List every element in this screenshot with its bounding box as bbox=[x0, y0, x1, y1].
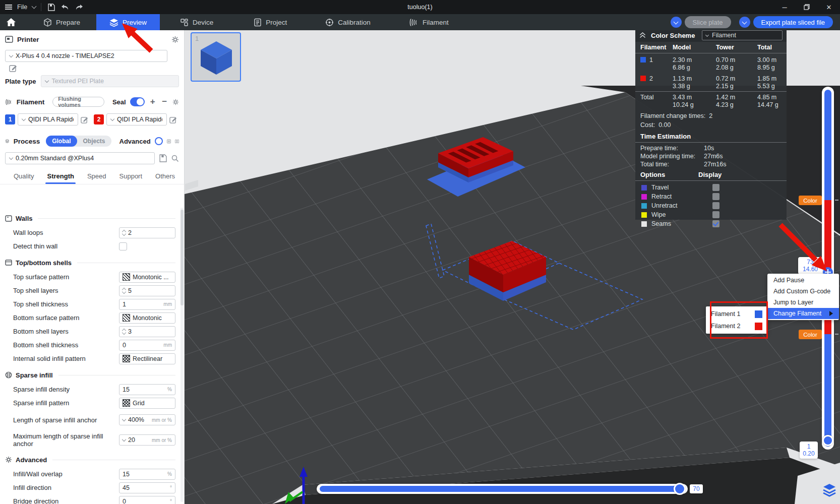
top-shell-thickness-input[interactable]: 1mm bbox=[119, 299, 175, 310]
color-change-badge-1[interactable]: Color bbox=[799, 196, 822, 205]
filament-section-title: Filament bbox=[17, 98, 45, 106]
tab-project[interactable]: Project bbox=[241, 14, 300, 30]
travel-swatch bbox=[641, 185, 647, 191]
tab-others[interactable]: Others bbox=[149, 172, 182, 184]
add-filament-button[interactable]: + bbox=[149, 97, 157, 107]
slice-plate-button[interactable]: Slice plate bbox=[685, 16, 731, 28]
travel-checkbox[interactable] bbox=[712, 184, 719, 191]
tab-calibration[interactable]: Calibration bbox=[312, 14, 384, 30]
plate-type-select[interactable]: Textured PEI Plate bbox=[41, 75, 179, 87]
redo-icon[interactable] bbox=[75, 3, 84, 12]
layers-view-icon[interactable] bbox=[822, 482, 837, 499]
tab-preview[interactable]: Preview bbox=[96, 14, 160, 30]
close-button[interactable]: ✕ bbox=[818, 0, 840, 14]
maximize-button[interactable] bbox=[796, 0, 818, 14]
param-list-icon[interactable] bbox=[167, 138, 171, 145]
title-bar: File tuoluo(1) ─ ✕ bbox=[0, 0, 840, 14]
menu-add-custom-gcode[interactable]: Add Custom G-code bbox=[767, 286, 839, 297]
save-icon[interactable] bbox=[46, 3, 55, 12]
printer-preset-select[interactable]: X-Plus 4 0.4 nozzle - TIMELAPSE2 bbox=[5, 50, 167, 62]
top-shell-layers-input[interactable]: 5 bbox=[119, 285, 175, 296]
seal-label: Seal bbox=[112, 98, 126, 106]
menu-add-pause[interactable]: Add Pause bbox=[767, 275, 839, 286]
filament-2-badge[interactable]: 2 bbox=[94, 114, 104, 124]
filament-settings-gear-icon[interactable] bbox=[172, 98, 179, 106]
param-label: Top surface pattern bbox=[13, 273, 119, 281]
layer-slider-bottom-handle[interactable] bbox=[822, 435, 833, 446]
wipe-checkbox[interactable] bbox=[712, 211, 719, 218]
filament-1-badge[interactable]: 1 bbox=[5, 114, 15, 124]
compare-icon[interactable] bbox=[175, 138, 179, 145]
color-change-badge-2[interactable]: Color bbox=[799, 330, 822, 339]
walls-icon bbox=[5, 215, 12, 222]
edit-filament-1-icon[interactable] bbox=[81, 116, 88, 123]
process-preset-select[interactable]: 0.20mm Standard @XPlus4 bbox=[5, 152, 155, 164]
retract-checkbox[interactable] bbox=[712, 193, 719, 200]
infill-wall-overlap-input[interactable]: 15% bbox=[119, 469, 175, 480]
filament-2-select[interactable]: QIDI PLA Rapido bbox=[106, 113, 167, 125]
cost: Cost: 0.00 bbox=[635, 120, 787, 130]
export-dropdown-button[interactable] bbox=[739, 17, 750, 28]
param-label: Length of sparse infill anchor bbox=[13, 416, 119, 424]
infill-direction-input[interactable]: 45° bbox=[119, 482, 175, 493]
scope-objects[interactable]: Objects bbox=[77, 136, 111, 147]
bottom-surface-pattern-select[interactable]: Monotonic bbox=[119, 312, 175, 324]
tab-quality[interactable]: Quality bbox=[7, 172, 40, 184]
edit-printer-icon[interactable] bbox=[9, 64, 17, 72]
sparse-anchor-max-select[interactable]: 20mm or % bbox=[119, 434, 175, 446]
plate-actions: Slice plate Export plate sliced file bbox=[671, 16, 833, 28]
minimize-button[interactable]: ─ bbox=[773, 0, 796, 14]
home-button[interactable] bbox=[0, 14, 22, 30]
edit-filament-2-icon[interactable] bbox=[169, 116, 177, 123]
internal-solid-infill-pattern-select[interactable]: Rectilinear bbox=[119, 353, 175, 364]
search-icon[interactable] bbox=[171, 154, 179, 162]
advanced-toggle[interactable] bbox=[155, 137, 163, 145]
sparse-anchor-length-select[interactable]: 400%mm or % bbox=[119, 414, 175, 425]
model-printing-time: Model printing time:27m6s bbox=[635, 152, 787, 160]
unretract-checkbox[interactable] bbox=[712, 202, 719, 209]
filament-1-select[interactable]: QIDI PLA Rapido bbox=[18, 113, 78, 125]
seams-checkbox[interactable] bbox=[712, 220, 719, 227]
options-title: Options bbox=[640, 171, 665, 178]
param-label: Wall loops bbox=[13, 229, 119, 236]
bottom-shell-thickness-input[interactable]: 0mm bbox=[119, 340, 175, 351]
scope-global[interactable]: Global bbox=[46, 136, 77, 147]
seal-toggle[interactable] bbox=[130, 97, 145, 106]
save-preset-icon[interactable] bbox=[159, 154, 167, 162]
bottom-shell-layers-input[interactable]: 3 bbox=[119, 326, 175, 337]
tab-strength[interactable]: Strength bbox=[40, 172, 80, 184]
printer-settings-gear-icon[interactable] bbox=[171, 36, 179, 43]
slice-dropdown-button[interactable] bbox=[671, 17, 682, 28]
export-plate-button[interactable]: Export plate sliced file bbox=[753, 16, 833, 28]
collapse-panel-icon[interactable] bbox=[639, 32, 646, 38]
sparse-infill-density-input[interactable]: 15% bbox=[119, 384, 175, 395]
detect-thin-wall-checkbox[interactable] bbox=[119, 242, 127, 250]
tab-speed[interactable]: Speed bbox=[81, 172, 113, 184]
color-scheme-mode-select[interactable]: Filament bbox=[702, 30, 783, 40]
layer-context-menu: Add Pause Add Custom G-code Jump to Laye… bbox=[767, 274, 839, 320]
wall-loops-input[interactable]: 2 bbox=[119, 227, 175, 238]
tab-filament[interactable]: Filament bbox=[396, 14, 462, 30]
menu-change-filament[interactable]: Change Filament bbox=[767, 308, 839, 319]
remove-filament-button[interactable]: − bbox=[161, 97, 169, 107]
flushing-volumes-button[interactable]: Flushing volumes bbox=[52, 97, 104, 107]
option-wipe: Wipe bbox=[635, 210, 787, 219]
move-slider-handle[interactable] bbox=[674, 483, 686, 495]
menu-icon[interactable] bbox=[5, 5, 12, 10]
move-slider[interactable] bbox=[317, 484, 688, 494]
tab-support[interactable]: Support bbox=[113, 172, 149, 184]
sparse-infill-pattern-select[interactable]: Grid bbox=[119, 398, 175, 409]
plate-thumbnail[interactable]: 1 bbox=[191, 32, 241, 82]
undo-icon[interactable] bbox=[61, 3, 70, 12]
col-model: Model bbox=[673, 42, 716, 53]
sidebar-scrollbar-thumb[interactable] bbox=[181, 210, 184, 305]
top-surface-pattern-select[interactable]: Monotonic ... bbox=[119, 272, 175, 283]
tab-device[interactable]: Device bbox=[167, 14, 226, 30]
tab-prepare[interactable]: Prepare bbox=[30, 14, 93, 30]
param-label: Maximum length of sparse infill anchor bbox=[13, 432, 119, 448]
menu-jump-to-layer[interactable]: Jump to Layer bbox=[767, 297, 839, 308]
bridge-direction-input[interactable]: 0° bbox=[119, 496, 175, 504]
chevron-down-icon[interactable] bbox=[32, 4, 37, 9]
color-scheme-panel: Color Scheme Filament Filament Model Tow… bbox=[635, 29, 787, 220]
file-menu[interactable]: File bbox=[17, 4, 27, 11]
